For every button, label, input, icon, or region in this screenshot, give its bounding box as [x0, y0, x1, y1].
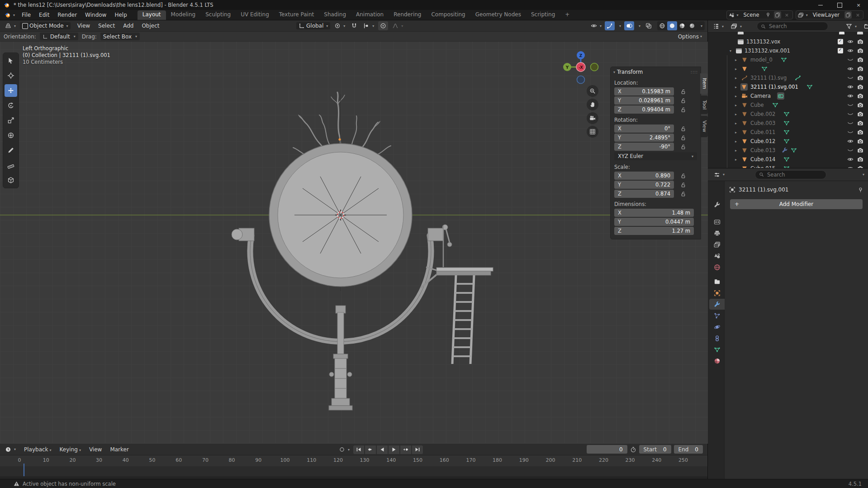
shading-wireframe-button[interactable] [657, 21, 667, 30]
tab-constraints[interactable] [709, 333, 725, 344]
zoom-button[interactable] [587, 85, 598, 97]
editor-type-button[interactable] [3, 22, 18, 29]
pivot-point-selector[interactable] [332, 22, 347, 29]
rotation-x-field[interactable]: X0° [614, 124, 674, 133]
navigation-gizmo[interactable]: Z Y -X [563, 49, 601, 87]
tab-particles[interactable] [709, 310, 725, 321]
camera-view-button[interactable] [587, 112, 598, 124]
tab-view-layer[interactable] [709, 239, 725, 250]
lock-icon[interactable] [680, 107, 686, 113]
drag-mode-selector[interactable]: Select Box [100, 33, 140, 40]
new-scene-button[interactable] [774, 11, 781, 19]
hide-eye-icon[interactable] [846, 146, 854, 154]
outliner-row[interactable]: ▸ Cube.011 [708, 128, 868, 137]
tool-measure[interactable] [5, 159, 17, 172]
properties-search-input[interactable] [766, 171, 822, 178]
pan-hand-button[interactable] [587, 99, 598, 110]
workspace-tab[interactable]: Rendering [389, 10, 426, 20]
close-button[interactable]: × [849, 0, 868, 10]
view-menu[interactable]: View [85, 446, 106, 453]
render-visibility-icon[interactable] [856, 92, 864, 100]
exclude-checkbox[interactable] [836, 38, 844, 46]
render-visibility-icon[interactable] [856, 110, 864, 118]
dimensions-x-field[interactable]: X1.48 m [614, 209, 694, 217]
workspace-tab[interactable]: Compositing [426, 10, 470, 20]
outliner-search[interactable] [757, 22, 828, 31]
outliner-row[interactable]: ▸ Cube.012 [708, 137, 868, 146]
menu-item[interactable]: Edit [35, 12, 53, 18]
play-button[interactable] [389, 445, 399, 454]
workspace-tab[interactable]: Geometry Nodes [470, 10, 526, 20]
workspace-tab[interactable]: Modeling [166, 10, 201, 20]
delete-viewlayer-button[interactable] [854, 11, 861, 19]
lock-icon[interactable] [680, 89, 686, 95]
location-x-field[interactable]: X0.15983 m [614, 87, 674, 96]
render-visibility-icon[interactable] [856, 137, 864, 145]
render-visibility-icon[interactable] [856, 164, 864, 168]
viewport-menu-item[interactable]: Select [94, 23, 119, 29]
tab-collection[interactable] [709, 276, 725, 287]
hide-eye-icon[interactable] [846, 74, 854, 82]
current-frame-field[interactable]: 0 [587, 445, 627, 454]
properties-options-chevron[interactable]: ▾ [863, 172, 864, 177]
workspace-tab[interactable]: Animation [351, 10, 389, 20]
transform-panel-header[interactable]: ▾ Transform :::: [611, 67, 701, 77]
hide-eye-icon[interactable] [846, 65, 854, 73]
keying-set-chevron[interactable]: ▾ [348, 448, 350, 452]
workspace-tab[interactable]: + [560, 10, 574, 20]
end-frame-field[interactable]: End0 [674, 445, 703, 454]
scene-selector[interactable]: ▾ Scene [726, 10, 793, 19]
tab-render[interactable] [709, 216, 725, 227]
snap-settings-selector[interactable] [361, 22, 376, 29]
options-button[interactable]: Options [678, 33, 704, 40]
workspace-tab[interactable]: UV Editing [236, 10, 274, 20]
location-y-field[interactable]: Y0.028961 m [614, 96, 674, 105]
location-z-field[interactable]: Z0.99404 m [614, 105, 674, 114]
mode-selector[interactable]: Object Mode [20, 22, 71, 29]
rotation-mode-selector[interactable]: XYZ Euler [614, 152, 697, 160]
menu-item[interactable]: Render [53, 12, 81, 18]
object-visibility-selector[interactable] [588, 22, 604, 29]
gizmo-settings[interactable] [616, 24, 623, 29]
outliner-row-clipped[interactable] [708, 30, 868, 34]
lock-icon[interactable] [680, 98, 686, 104]
tab-modifiers[interactable] [709, 299, 725, 310]
dimensions-z-field[interactable]: Z1.27 m [614, 227, 694, 235]
rotation-y-field[interactable]: Y2.4895° [614, 134, 674, 142]
workspace-tab[interactable]: Sculpting [200, 10, 236, 20]
menu-item[interactable]: File [18, 12, 35, 18]
rotation-z-field[interactable]: Z-90° [614, 143, 674, 151]
outliner-row[interactable]: ▸ Cube [708, 100, 868, 110]
hide-eye-icon[interactable] [846, 119, 854, 127]
lock-icon[interactable] [680, 191, 686, 197]
workspace-tab[interactable]: Scripting [526, 10, 560, 20]
tool-select-box[interactable] [5, 54, 17, 67]
sidebar-tab-tool[interactable]: Tool [700, 96, 708, 114]
shading-settings[interactable] [697, 21, 705, 30]
render-visibility-icon[interactable] [856, 146, 864, 154]
exclude-checkbox[interactable] [836, 47, 844, 55]
timeline-channel-area[interactable] [0, 466, 707, 476]
start-frame-field[interactable]: Start0 [639, 445, 671, 454]
workspace-tab[interactable]: Texture Paint [274, 10, 319, 20]
outliner-row[interactable]: ▸ Cube.002 [708, 110, 868, 119]
viewport-canvas[interactable]: Left Orthographic (0) Collection | 32111… [0, 42, 708, 444]
play-reverse-button[interactable] [377, 445, 388, 454]
outliner-search-input[interactable] [768, 23, 824, 30]
outliner-row[interactable]: ▸ Cube.003 [708, 119, 868, 128]
render-visibility-icon[interactable] [856, 128, 864, 136]
lock-icon[interactable] [680, 144, 686, 150]
proportional-editing-toggle[interactable] [378, 21, 388, 30]
pin-scene-icon[interactable] [764, 11, 772, 19]
outliner-row[interactable]: ▸ Cube.013 [708, 146, 868, 155]
render-visibility-icon[interactable] [856, 47, 864, 55]
playback-menu[interactable]: Playback [20, 446, 56, 453]
tab-scene[interactable] [709, 250, 725, 261]
snap-toggle[interactable] [349, 21, 359, 30]
outliner-row[interactable]: ▸ Cube.014 [708, 155, 868, 164]
shading-material-button[interactable] [677, 21, 687, 30]
hide-eye-icon[interactable] [846, 164, 854, 168]
workspace-tab[interactable]: Shading [319, 10, 351, 20]
gizmo-toggle[interactable] [605, 21, 615, 30]
outliner-row[interactable]: ▸ model_0 [708, 55, 868, 64]
